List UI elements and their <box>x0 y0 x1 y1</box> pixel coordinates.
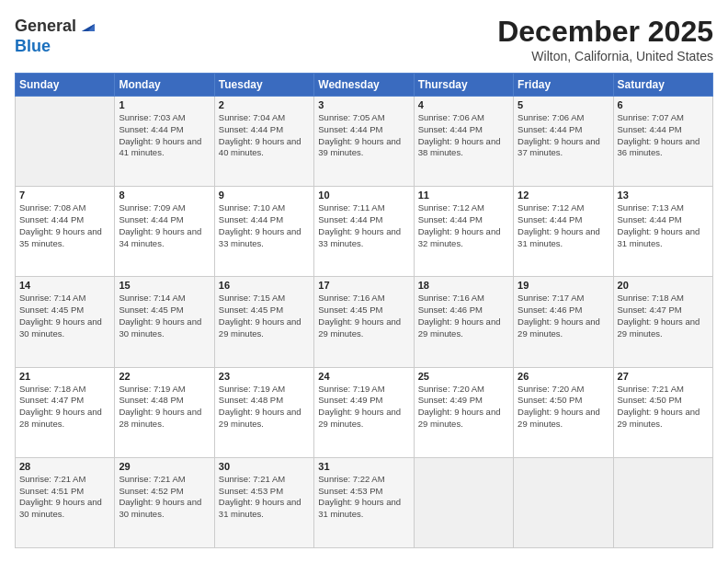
calendar-cell <box>613 457 712 547</box>
logo-general: General <box>15 17 76 36</box>
calendar-cell: 19Sunrise: 7:17 AMSunset: 4:46 PMDayligh… <box>514 277 613 367</box>
header-row: Sunday Monday Tuesday Wednesday Thursday… <box>16 74 713 97</box>
header-monday: Monday <box>115 74 214 97</box>
header-sunday: Sunday <box>16 74 115 97</box>
logo-icon <box>78 15 98 35</box>
calendar-cell: 12Sunrise: 7:12 AMSunset: 4:44 PMDayligh… <box>514 187 613 277</box>
calendar-cell: 11Sunrise: 7:12 AMSunset: 4:44 PMDayligh… <box>414 187 513 277</box>
calendar-body: 1Sunrise: 7:03 AMSunset: 4:44 PMDaylight… <box>16 97 713 548</box>
day-number: 12 <box>518 190 609 201</box>
title-block: December 2025 Wilton, California, United… <box>497 15 713 63</box>
calendar-page: General Blue December 2025 Wilton, Calif… <box>0 0 728 563</box>
day-number: 26 <box>518 371 609 382</box>
day-number: 9 <box>219 190 310 201</box>
cell-content: Sunrise: 7:09 AMSunset: 4:44 PMDaylight:… <box>119 202 210 249</box>
calendar-week-3: 14Sunrise: 7:14 AMSunset: 4:45 PMDayligh… <box>16 277 713 367</box>
header-wednesday: Wednesday <box>314 74 414 97</box>
location: Wilton, California, United States <box>497 49 713 63</box>
cell-content: Sunrise: 7:06 AMSunset: 4:44 PMDaylight:… <box>518 112 609 159</box>
calendar-cell: 28Sunrise: 7:21 AMSunset: 4:51 PMDayligh… <box>16 457 115 547</box>
day-number: 4 <box>418 99 509 110</box>
cell-content: Sunrise: 7:10 AMSunset: 4:44 PMDaylight:… <box>219 202 310 249</box>
cell-content: Sunrise: 7:11 AMSunset: 4:44 PMDaylight:… <box>318 202 409 249</box>
calendar-table: Sunday Monday Tuesday Wednesday Thursday… <box>15 73 713 548</box>
month-title: December 2025 <box>497 15 713 49</box>
cell-content: Sunrise: 7:17 AMSunset: 4:46 PMDaylight:… <box>518 293 609 339</box>
day-number: 19 <box>518 280 609 291</box>
day-number: 29 <box>119 461 210 472</box>
cell-content: Sunrise: 7:18 AMSunset: 4:47 PMDaylight:… <box>618 293 709 339</box>
calendar-week-2: 7Sunrise: 7:08 AMSunset: 4:44 PMDaylight… <box>16 187 713 277</box>
cell-content: Sunrise: 7:19 AMSunset: 4:48 PMDaylight:… <box>219 384 310 431</box>
cell-content: Sunrise: 7:14 AMSunset: 4:45 PMDaylight:… <box>19 293 110 339</box>
calendar-cell: 10Sunrise: 7:11 AMSunset: 4:44 PMDayligh… <box>314 187 414 277</box>
calendar-cell: 5Sunrise: 7:06 AMSunset: 4:44 PMDaylight… <box>514 97 613 187</box>
calendar-week-4: 21Sunrise: 7:18 AMSunset: 4:47 PMDayligh… <box>16 367 713 457</box>
cell-content: Sunrise: 7:04 AMSunset: 4:44 PMDaylight:… <box>219 112 310 159</box>
calendar-header: Sunday Monday Tuesday Wednesday Thursday… <box>16 74 713 97</box>
calendar-cell: 26Sunrise: 7:20 AMSunset: 4:50 PMDayligh… <box>514 367 613 457</box>
calendar-cell: 6Sunrise: 7:07 AMSunset: 4:44 PMDaylight… <box>613 97 712 187</box>
day-number: 31 <box>318 461 409 472</box>
cell-content: Sunrise: 7:21 AMSunset: 4:50 PMDaylight:… <box>618 384 709 431</box>
day-number: 23 <box>219 371 310 382</box>
cell-content: Sunrise: 7:15 AMSunset: 4:45 PMDaylight:… <box>219 293 310 339</box>
day-number: 16 <box>219 280 310 291</box>
day-number: 24 <box>318 371 409 382</box>
calendar-cell: 9Sunrise: 7:10 AMSunset: 4:44 PMDaylight… <box>214 187 313 277</box>
cell-content: Sunrise: 7:20 AMSunset: 4:49 PMDaylight:… <box>418 384 509 431</box>
day-number: 3 <box>318 99 409 110</box>
day-number: 1 <box>119 99 210 110</box>
calendar-cell: 2Sunrise: 7:04 AMSunset: 4:44 PMDaylight… <box>214 97 313 187</box>
header-tuesday: Tuesday <box>214 74 313 97</box>
calendar-cell <box>16 97 115 187</box>
calendar-cell: 13Sunrise: 7:13 AMSunset: 4:44 PMDayligh… <box>613 187 712 277</box>
calendar-cell: 30Sunrise: 7:21 AMSunset: 4:53 PMDayligh… <box>214 457 313 547</box>
cell-content: Sunrise: 7:16 AMSunset: 4:45 PMDaylight:… <box>318 293 409 339</box>
calendar-cell: 15Sunrise: 7:14 AMSunset: 4:45 PMDayligh… <box>115 277 214 367</box>
day-number: 30 <box>219 461 310 472</box>
calendar-cell: 24Sunrise: 7:19 AMSunset: 4:49 PMDayligh… <box>314 367 414 457</box>
cell-content: Sunrise: 7:19 AMSunset: 4:49 PMDaylight:… <box>318 384 409 431</box>
cell-content: Sunrise: 7:16 AMSunset: 4:46 PMDaylight:… <box>418 293 509 339</box>
calendar-cell: 22Sunrise: 7:19 AMSunset: 4:48 PMDayligh… <box>115 367 214 457</box>
calendar-week-5: 28Sunrise: 7:21 AMSunset: 4:51 PMDayligh… <box>16 457 713 547</box>
cell-content: Sunrise: 7:08 AMSunset: 4:44 PMDaylight:… <box>19 202 110 249</box>
day-number: 17 <box>318 280 409 291</box>
calendar-cell: 29Sunrise: 7:21 AMSunset: 4:52 PMDayligh… <box>115 457 214 547</box>
calendar-cell: 27Sunrise: 7:21 AMSunset: 4:50 PMDayligh… <box>613 367 712 457</box>
cell-content: Sunrise: 7:06 AMSunset: 4:44 PMDaylight:… <box>418 112 509 159</box>
cell-content: Sunrise: 7:07 AMSunset: 4:44 PMDaylight:… <box>618 112 709 159</box>
calendar-cell: 16Sunrise: 7:15 AMSunset: 4:45 PMDayligh… <box>214 277 313 367</box>
cell-content: Sunrise: 7:13 AMSunset: 4:44 PMDaylight:… <box>618 202 709 249</box>
calendar-cell: 1Sunrise: 7:03 AMSunset: 4:44 PMDaylight… <box>115 97 214 187</box>
calendar-cell: 21Sunrise: 7:18 AMSunset: 4:47 PMDayligh… <box>16 367 115 457</box>
day-number: 14 <box>19 280 110 291</box>
calendar-cell: 4Sunrise: 7:06 AMSunset: 4:44 PMDaylight… <box>414 97 513 187</box>
calendar-cell: 23Sunrise: 7:19 AMSunset: 4:48 PMDayligh… <box>214 367 313 457</box>
calendar-cell: 18Sunrise: 7:16 AMSunset: 4:46 PMDayligh… <box>414 277 513 367</box>
cell-content: Sunrise: 7:14 AMSunset: 4:45 PMDaylight:… <box>119 293 210 339</box>
cell-content: Sunrise: 7:18 AMSunset: 4:47 PMDaylight:… <box>19 384 110 431</box>
day-number: 11 <box>418 190 509 201</box>
day-number: 8 <box>119 190 210 201</box>
page-header: General Blue December 2025 Wilton, Calif… <box>15 15 713 63</box>
calendar-cell: 31Sunrise: 7:22 AMSunset: 4:53 PMDayligh… <box>314 457 414 547</box>
calendar-cell: 25Sunrise: 7:20 AMSunset: 4:49 PMDayligh… <box>414 367 513 457</box>
day-number: 10 <box>318 190 409 201</box>
calendar-cell: 8Sunrise: 7:09 AMSunset: 4:44 PMDaylight… <box>115 187 214 277</box>
calendar-cell: 20Sunrise: 7:18 AMSunset: 4:47 PMDayligh… <box>613 277 712 367</box>
calendar-cell: 7Sunrise: 7:08 AMSunset: 4:44 PMDaylight… <box>16 187 115 277</box>
cell-content: Sunrise: 7:19 AMSunset: 4:48 PMDaylight:… <box>119 384 210 431</box>
logo-blue: Blue <box>15 37 51 55</box>
cell-content: Sunrise: 7:20 AMSunset: 4:50 PMDaylight:… <box>518 384 609 431</box>
day-number: 28 <box>19 461 110 472</box>
cell-content: Sunrise: 7:03 AMSunset: 4:44 PMDaylight:… <box>119 112 210 159</box>
cell-content: Sunrise: 7:05 AMSunset: 4:44 PMDaylight:… <box>318 112 409 159</box>
calendar-week-1: 1Sunrise: 7:03 AMSunset: 4:44 PMDaylight… <box>16 97 713 187</box>
day-number: 18 <box>418 280 509 291</box>
cell-content: Sunrise: 7:21 AMSunset: 4:53 PMDaylight:… <box>219 474 310 521</box>
header-thursday: Thursday <box>414 74 513 97</box>
calendar-cell: 14Sunrise: 7:14 AMSunset: 4:45 PMDayligh… <box>16 277 115 367</box>
day-number: 13 <box>618 190 709 201</box>
